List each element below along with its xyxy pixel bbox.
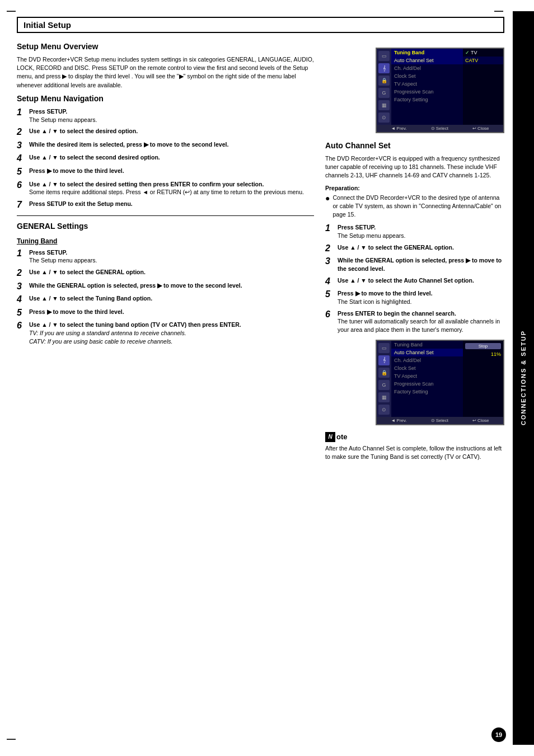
note-icon: N — [325, 432, 335, 442]
step-ac-5: 5 Press ▶ to move to the third level. Th… — [325, 289, 504, 306]
menu-right-catv: CATV — [463, 57, 503, 64]
menu2-item-factory: Factory Setting — [391, 388, 463, 396]
tuning-band-heading: Tuning Band — [17, 237, 314, 245]
menu-item-clock: Clock Set — [391, 72, 463, 80]
note-label: ote — [336, 433, 348, 441]
note-body: After the Auto Channel Set is complete, … — [325, 444, 504, 461]
step-nav-3: 3 While the desired item is selected, pr… — [17, 140, 314, 151]
corner-mark-bl: — — [7, 735, 16, 744]
menu2-title: Tuning Band — [391, 341, 463, 349]
menu2-item-chadd: Ch. Add/Del — [391, 356, 463, 364]
menu-bottom-bar: ◄ Prev. ⊙ Select ↩ Close — [377, 125, 503, 132]
setup-menu-overview-heading: Setup Menu Overview — [17, 42, 314, 51]
prep-bullet: ● Connect the DVD Recorder+VCR to the de… — [325, 194, 504, 219]
menu2-item-tvaspect: TV Aspect — [391, 372, 463, 380]
sidebar: CONNECTIONS & SETUP — [513, 11, 534, 745]
setup-nav-steps: 1 Press SETUP. The Setup menu appears. 2… — [17, 107, 314, 210]
page-number: 19 — [491, 727, 506, 742]
menu-icon-5: ▦ — [378, 100, 390, 110]
menu2-pct: 11% — [463, 350, 503, 358]
step-ac-3: 3 While the GENERAL option is selected, … — [325, 256, 504, 273]
step-nav-4: 4 Use ▲ / ▼ to select the second desired… — [17, 153, 314, 163]
menu2-icon-3: 🔒 — [378, 368, 390, 378]
sidebar-label: CONNECTIONS & SETUP — [520, 330, 527, 425]
menu2-stop-btn[interactable]: Stop — [465, 343, 501, 349]
step-ac-4: 4 Use ▲ / ▼ to select the Auto Channel S… — [325, 276, 504, 287]
auto-channel-set-body: The DVD Recorder+VCR is equipped with a … — [325, 154, 504, 180]
menu-item-progscan: Progressive Scan — [391, 88, 463, 96]
menu-title: Tuning Band — [391, 49, 463, 57]
note-header: N ote — [325, 432, 504, 442]
step-nav-7: 7 Press SETUP to exit the Setup menu. — [17, 200, 314, 210]
step-tb-4: 4 Use ▲ / ▼ to select the Tuning Band op… — [17, 294, 314, 304]
menu2-item-progscan: Progressive Scan — [391, 380, 463, 388]
step-tb-2: 2 Use ▲ / ▼ to select the GENERAL option… — [17, 268, 314, 278]
step-tb-3: 3 While the GENERAL option is selected, … — [17, 281, 314, 292]
tuning-band-steps: 1 Press SETUP. The Setup menu appears. 2… — [17, 248, 314, 346]
step-ac-1: 1 Press SETUP. The Setup menu appears. — [325, 223, 504, 240]
auto-channel-set-heading: Auto Channel Set — [325, 141, 504, 150]
setup-menu-overview-body: The DVD Recorder+VCR Setup menu includes… — [17, 55, 314, 90]
menu2-bottom-bar: ◄ Prev. ⊙ Select ↩ Close — [377, 417, 503, 424]
menu-icon-2: 𝄞 — [378, 63, 390, 73]
step-ac-2: 2 Use ▲ / ▼ to select the GENERAL option… — [325, 243, 504, 253]
step-nav-5: 5 Press ▶ to move to the third level. — [17, 167, 314, 177]
step-tb-6: 6 Use ▲ / ▼ to select the tuning band op… — [17, 321, 314, 345]
menu-screenshot-1: ▭ 𝄞 🔒 G ▦ ⊙ Tuning Band Auto Channel Set — [325, 48, 504, 133]
menu-item-chadd: Ch. Add/Del — [391, 64, 463, 72]
prep-bullet-text: Connect the DVD Recorder+VCR to the desi… — [332, 194, 504, 219]
corner-mark-tl: — — [7, 7, 16, 16]
corner-mark-tr: — — [494, 7, 503, 16]
menu-icon-1: ▭ — [378, 51, 390, 61]
menu-icon-6: ⊙ — [378, 112, 390, 123]
page-title-box: Initial Setup — [17, 17, 504, 33]
step-ac-6: 6 Press ENTER to begin the channel searc… — [325, 309, 504, 334]
menu2-item-auto: Auto Channel Set — [391, 349, 463, 356]
auto-channel-steps: 1 Press SETUP. The Setup menu appears. 2… — [325, 223, 504, 334]
step-tb-5: 5 Press ▶ to move to the third level. — [17, 308, 314, 318]
menu-item-factory: Factory Setting — [391, 96, 463, 104]
setup-menu-navigation-heading: Setup Menu Navigation — [17, 94, 314, 103]
menu2-item-clock: Clock Set — [391, 364, 463, 372]
menu-screenshot-2: ▭ 𝄞 🔒 G ▦ ⊙ Tuning Band Auto Channel Set — [325, 340, 504, 425]
menu2-icon-1: ▭ — [378, 343, 390, 353]
menu2-icon-6: ⊙ — [378, 405, 390, 415]
menu-icon-4: G — [378, 88, 390, 98]
step-tb-1: 1 Press SETUP. The Setup menu appears. — [17, 248, 314, 265]
step-nav-6: 6 Use ▲ / ▼ to select the desired settin… — [17, 180, 314, 196]
page-title: Initial Setup — [24, 20, 498, 30]
divider-1 — [17, 215, 314, 216]
note-box: N ote After the Auto Channel Set is comp… — [325, 432, 504, 461]
step-nav-2: 2 Use ▲ / ▼ to select the desired option… — [17, 127, 314, 137]
menu-icon-3: 🔒 — [378, 76, 390, 86]
menu-item-tvaspect: TV Aspect — [391, 80, 463, 88]
menu2-icon-5: ▦ — [378, 392, 390, 402]
general-settings-heading: GENERAL Settings — [17, 222, 314, 231]
prep-label: Preparation: — [325, 185, 504, 191]
menu2-icon-2: 𝄞 — [378, 355, 390, 365]
menu-right-tv: ✓ TV — [463, 49, 503, 57]
menu-item-auto: Auto Channel Set — [391, 57, 463, 64]
menu2-icon-4: G — [378, 380, 390, 390]
step-nav-1: 1 Press SETUP. The Setup menu appears. — [17, 107, 314, 124]
